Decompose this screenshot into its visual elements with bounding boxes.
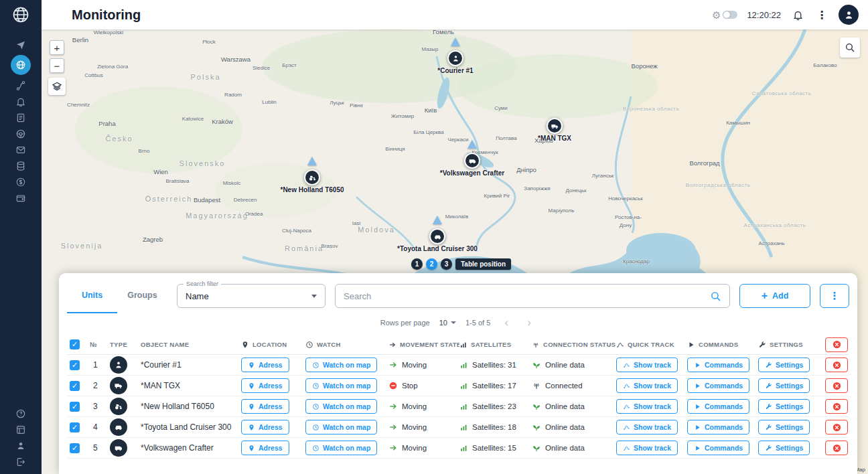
search-filter-select[interactable]: Search filter Name — [177, 284, 326, 308]
show-track-button[interactable]: Show track — [616, 378, 678, 393]
show-track-button[interactable]: Show track — [616, 441, 678, 455]
sidebar-item-drivers[interactable] — [11, 127, 31, 141]
sidebar-item-storage[interactable] — [11, 159, 31, 173]
delete-row-button[interactable] — [825, 358, 848, 372]
sidebar-item-profile[interactable] — [11, 439, 31, 453]
pager-page-3[interactable]: 3 — [441, 258, 452, 270]
settings-button[interactable]: Settings — [758, 420, 810, 434]
satellites: Satellites: 15 — [459, 444, 532, 453]
map-marker[interactable]: *New Holland T6050 — [304, 169, 320, 185]
person-icon — [843, 9, 855, 21]
row-checkbox[interactable]: ✓ — [70, 381, 80, 391]
delete-row-button[interactable] — [825, 441, 848, 455]
notifications-bell-icon[interactable] — [790, 7, 805, 22]
delete-row-button[interactable] — [825, 420, 848, 434]
delete-row-button[interactable] — [825, 378, 848, 393]
marker-label: *Toyota Land Cruiser 300 — [397, 245, 478, 252]
toggle-switch[interactable] — [723, 11, 737, 19]
watch-on-map-button[interactable]: Watch on map — [305, 358, 377, 372]
sidebar-item-reports[interactable] — [11, 110, 31, 125]
map-label: Radom — [224, 92, 242, 98]
map-marker[interactable]: *Courier #1 — [447, 50, 463, 66]
settings-toggle[interactable]: ⚙ — [712, 10, 737, 20]
watch-on-map-button[interactable]: Watch on map — [305, 399, 377, 414]
zoom-out-button[interactable]: − — [50, 58, 64, 73]
more-menu-icon[interactable]: ⋮ — [814, 7, 829, 22]
address-button[interactable]: Adress — [241, 358, 289, 372]
map-label: Miskolc — [223, 180, 241, 186]
watch-on-map-button[interactable]: Watch on map — [305, 378, 377, 393]
billing-icon — [15, 193, 26, 204]
watch-on-map-button[interactable]: Watch on map — [305, 420, 377, 434]
row-checkbox[interactable]: ✓ — [70, 402, 80, 412]
previous-page-button[interactable]: ‹ — [500, 317, 513, 328]
zoom-in-button[interactable]: + — [50, 40, 64, 55]
delete-row-button[interactable] — [825, 399, 848, 414]
sidebar-item-tracks[interactable] — [11, 78, 31, 92]
sidebar-item-tracking[interactable] — [11, 37, 31, 52]
marker-label: *MAN TGX — [538, 135, 571, 142]
map-label: Slovensko — [179, 159, 226, 167]
search-icon[interactable] — [710, 291, 721, 302]
watch-on-map-button[interactable]: Watch on map — [305, 441, 377, 455]
drivers-icon — [15, 129, 26, 139]
settings-button[interactable]: Settings — [758, 358, 810, 372]
arrow-icon — [388, 341, 396, 349]
map-marker[interactable]: *MAN TGX — [547, 118, 563, 134]
map-label: Черкаси — [448, 137, 469, 143]
table-row: ✓5*Volkswagen CrafterAdressWatch on mapM… — [67, 438, 849, 459]
show-track-button[interactable]: Show track — [616, 399, 678, 414]
map-marker[interactable]: *Volkswagen Crafter — [464, 153, 480, 169]
select-all-checkbox[interactable]: ✓ — [70, 339, 80, 349]
table-body: ✓1*Courier #1AdressWatch on mapMovingSat… — [67, 355, 849, 459]
delete-all-button[interactable] — [825, 337, 848, 352]
antenna-icon — [532, 341, 540, 349]
direction-arrow-icon — [467, 140, 477, 149]
rows-per-page-select[interactable]: 10 — [439, 319, 456, 327]
commands-button[interactable]: Commands — [687, 441, 749, 455]
settings-button[interactable]: Settings — [758, 378, 810, 393]
next-page-button[interactable]: › — [522, 317, 536, 328]
pager-page-2[interactable]: 2 — [426, 258, 437, 270]
map-label: Płock — [202, 39, 216, 45]
pager-page-1[interactable]: 1 — [411, 258, 423, 270]
commands-button[interactable]: Commands — [687, 358, 749, 372]
chevron-down-icon — [311, 295, 317, 298]
settings-button[interactable]: Settings — [758, 441, 810, 455]
add-button[interactable]: + Add — [739, 284, 810, 308]
plus-icon: + — [762, 291, 768, 301]
map-layers-button[interactable] — [48, 78, 66, 95]
sidebar-item-billing[interactable] — [11, 191, 31, 205]
tab-groups[interactable]: Groups — [117, 279, 167, 313]
show-track-button[interactable]: Show track — [616, 358, 678, 372]
address-button[interactable]: Adress — [241, 420, 289, 434]
sidebar-item-help[interactable] — [11, 406, 31, 420]
show-track-button[interactable]: Show track — [616, 420, 678, 434]
row-checkbox[interactable]: ✓ — [70, 443, 80, 453]
settings-button[interactable]: Settings — [758, 399, 810, 414]
sidebar-item-monitoring[interactable] — [11, 55, 31, 75]
tab-units[interactable]: Units — [67, 279, 117, 313]
sidebar-item-apps[interactable] — [11, 422, 31, 437]
row-checkbox[interactable]: ✓ — [70, 422, 80, 432]
sidebar-item-notifications[interactable] — [11, 94, 31, 108]
commands-button[interactable]: Commands — [687, 420, 749, 434]
map-label: Новочеркаськ — [608, 195, 643, 202]
map-search-button[interactable] — [840, 37, 860, 58]
panel-menu-button[interactable]: ⋮ — [820, 284, 849, 308]
x-circle-icon — [832, 402, 842, 412]
row-checkbox[interactable]: ✓ — [70, 360, 80, 370]
map-marker[interactable]: *Toyota Land Cruiser 300 — [429, 228, 445, 244]
address-button[interactable]: Adress — [241, 378, 289, 393]
search-input[interactable] — [344, 291, 705, 301]
sidebar-item-logout[interactable] — [11, 455, 31, 469]
sidebar-item-messages[interactable] — [11, 143, 31, 157]
address-button[interactable]: Adress — [241, 399, 289, 414]
address-button[interactable]: Adress — [241, 441, 289, 455]
user-avatar[interactable] — [839, 5, 859, 25]
commands-button[interactable]: Commands — [687, 378, 749, 393]
track-icon — [616, 341, 624, 349]
commands-button[interactable]: Commands — [687, 399, 749, 414]
map-label: Астраханська область — [744, 222, 806, 228]
sidebar-item-payments[interactable] — [11, 175, 31, 189]
